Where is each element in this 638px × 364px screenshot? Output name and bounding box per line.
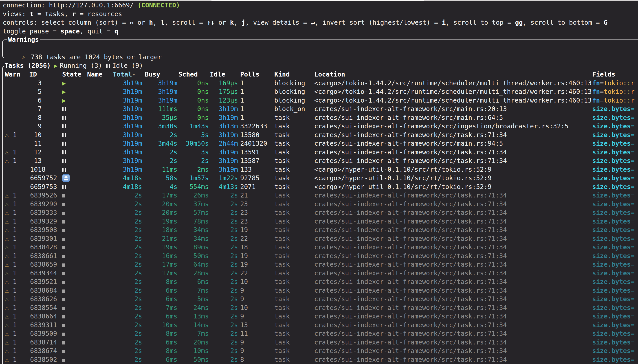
task-row[interactable]: ⚠168386842s6ms7ms2s9taskcrates/sui-index… — [0, 286, 638, 295]
task-row[interactable]: ⚠168386642s6ms13ms2s9taskcrates/sui-inde… — [0, 312, 638, 321]
column-header-busy[interactable]: Busy — [145, 70, 160, 79]
warn-count: 1 — [13, 330, 16, 337]
task-row[interactable]: 5▶3h19m3h19m0ns175µs1blocking<cargo>/tok… — [0, 88, 638, 96]
pause-icon — [62, 183, 66, 192]
task-row[interactable]: 113h19m3m44s30m50s2h44m2401320taskcrates… — [0, 139, 638, 148]
warn-count: 1 — [13, 287, 16, 294]
task-row[interactable]: 66597534m18s4s554ms4m13s2071task<cargo>/… — [0, 183, 638, 192]
cell-total: 2s — [107, 286, 142, 295]
column-header-name[interactable]: Name — [87, 70, 102, 79]
task-row[interactable]: ⚠168395262s17ms26ms2s21taskcrates/sui-in… — [0, 191, 638, 200]
task-row[interactable]: ⚠168395082s18ms34ms2s19taskcrates/sui-in… — [0, 226, 638, 234]
cell-busy: 3h19m — [146, 79, 177, 88]
column-header-idle[interactable]: Idle — [210, 70, 226, 79]
stopped-icon — [62, 307, 65, 310]
column-header-warn[interactable]: Warn — [5, 70, 20, 79]
task-row[interactable]: ⚠168395212s8ms6ms2s10taskcrates/sui-inde… — [0, 278, 638, 286]
field-equals: = — [631, 261, 635, 268]
field-equals: = — [631, 330, 635, 337]
cell-fields: size.bytes= — [592, 321, 638, 330]
cell-location: <cargo>/hyper-util-0.1.10/src/rt/tokio.r… — [314, 166, 593, 174]
warning-triangle-icon: ⚠ — [5, 200, 13, 209]
task-row[interactable]: ⚠168386742s8ms10ms2s9taskcrates/sui-inde… — [0, 347, 638, 356]
field-equals: = — [631, 252, 635, 260]
cell-polls: 22 — [240, 234, 274, 243]
task-row[interactable]: 3▶3h19m3h19m0ns169µs1blocking<cargo>/tok… — [0, 79, 638, 88]
cell-state — [62, 174, 87, 183]
cell-location: crates/sui-indexer-alt-framework/src/tas… — [314, 312, 593, 321]
task-row[interactable]: ⚠168393292s19ms78ms2s23taskcrates/sui-in… — [0, 217, 638, 226]
cell-total: 3h19m — [107, 148, 142, 157]
column-header-id[interactable]: ID — [29, 70, 37, 79]
column-header-fields[interactable]: Fields — [592, 70, 615, 79]
cell-kind: task — [274, 234, 314, 243]
cell-state — [62, 148, 87, 157]
cell-idle: 2s — [213, 278, 238, 286]
task-row[interactable]: 6▶3h19m3h19m0ns123µs1blocking<cargo>/tok… — [0, 96, 638, 105]
cell-location: crates/sui-indexer-alt-framework/src/tas… — [314, 330, 593, 338]
cell-total: 2s — [107, 312, 142, 321]
cell-total: 3h19m — [107, 114, 142, 122]
task-row[interactable]: ⚠168385542s7ms24ms2s10taskcrates/sui-ind… — [0, 304, 638, 312]
warn-count: 1 — [13, 131, 16, 139]
cell-kind: task — [274, 191, 314, 200]
cell-state: ▶ — [62, 88, 87, 96]
column-header-sched[interactable]: Sched — [178, 70, 198, 79]
cell-kind: task — [274, 217, 314, 226]
warning-triangle-icon: ⚠ — [5, 243, 13, 252]
cell-kind: task — [274, 321, 314, 330]
cell-total: 4m18s — [107, 183, 142, 192]
task-row[interactable]: ⚠168393332s20ms57ms2s23taskcrates/sui-in… — [0, 208, 638, 217]
cell-polls: 18 — [240, 243, 274, 252]
task-row[interactable]: ⚠168387142s6ms20ms2s9taskcrates/sui-inde… — [0, 338, 638, 347]
task-row[interactable]: ⚠168393012s21ms34ms2s22taskcrates/sui-in… — [0, 234, 638, 243]
column-header-location[interactable]: Location — [314, 70, 345, 79]
column-header-kind[interactable]: Kind — [274, 70, 290, 79]
column-header-state[interactable]: State — [62, 70, 82, 79]
column-header-polls[interactable]: Polls — [240, 70, 260, 79]
cell-state — [62, 114, 87, 122]
cell-sched: 34ms — [180, 226, 209, 234]
task-row[interactable]: ⚠168392902s20ms37ms2s23taskcrates/sui-in… — [0, 200, 638, 209]
task-row[interactable]: ⚠1 103h19m2s3s3h19m13580taskcrates/sui-i… — [0, 131, 638, 140]
warn-count: 1 — [13, 235, 16, 242]
stopped-icon — [62, 246, 65, 249]
task-row[interactable]: ⚠168393442s17ms28ms2s22taskcrates/sui-in… — [0, 269, 638, 278]
warning-triangle-icon: ⚠ — [5, 148, 13, 157]
cell-task-id: 12 — [30, 148, 62, 157]
cell-polls: 2401320 — [240, 139, 274, 148]
cell-location: <cargo>/tokio-1.44.2/src/runtime/schedul… — [314, 96, 593, 105]
task-row[interactable]: 93h19m3m30s1m43s3h13m3322633taskcrates/s… — [0, 122, 638, 131]
cell-fields: size.bytes= — [592, 338, 638, 347]
field-key: size.bytes — [592, 312, 631, 320]
cell-idle: 175µs — [213, 88, 238, 96]
warning-triangle-icon: ⚠ — [5, 295, 13, 304]
cell-sched: 0ns — [180, 96, 209, 105]
warning-triangle-icon: ⚠ — [5, 338, 13, 347]
task-row[interactable]: 66597524m18s58s1m57s1m22s92785task<cargo… — [0, 174, 638, 183]
task-row[interactable]: ⚠168385022s6ms50ms2s8taskcrates/sui-inde… — [0, 356, 638, 364]
task-row[interactable]: ⚠168395092s8ms7ms2s11taskcrates/sui-inde… — [0, 330, 638, 338]
task-row[interactable]: ⚠168384282s19ms89ms2s18taskcrates/sui-in… — [0, 243, 638, 252]
task-row[interactable]: 83h19m35µs0ns3h19m1taskcrates/sui-indexe… — [0, 114, 638, 122]
cell-busy: 3h19m — [146, 96, 177, 105]
warn-count: 1 — [13, 261, 16, 268]
cell-location: crates/sui-indexer-alt-framework/src/ing… — [314, 122, 593, 131]
cell-task-id: 6838659 — [30, 260, 62, 269]
task-row[interactable]: ⚠168386592s17ms64ms2s19taskcrates/sui-in… — [0, 260, 638, 269]
cell-sched: 34ms — [180, 234, 209, 243]
task-row[interactable]: ⚠1 133h19m2s2s3h19m13587taskcrates/sui-i… — [0, 157, 638, 166]
cell-polls: 13591 — [240, 148, 274, 157]
cell-fields: size.bytes= — [592, 295, 638, 304]
cell-kind: task — [274, 278, 314, 286]
column-header-total-sorted[interactable]: Total▿ — [113, 70, 135, 79]
task-row[interactable]: ⚠1 123h19m2s3s3h19m13591taskcrates/sui-i… — [0, 148, 638, 157]
task-row[interactable]: 10183h19m11ms2ms3h19m133task<cargo>/hype… — [0, 166, 638, 174]
task-row[interactable]: ⚠168386612s16ms50ms2s19taskcrates/sui-in… — [0, 252, 638, 260]
cell-kind: task — [274, 295, 314, 304]
idle-count-label: Idle (9) — [112, 62, 143, 70]
task-row[interactable]: 73h19m111ms0ns3h19m1block_oncrates/sui-i… — [0, 105, 638, 114]
task-row[interactable]: ⚠168393112s10ms14ms2s13taskcrates/sui-in… — [0, 321, 638, 330]
task-row[interactable]: ⚠168386262s6ms5ms2s9taskcrates/sui-index… — [0, 295, 638, 304]
warning-triangle-icon: ⚠ — [5, 330, 13, 338]
